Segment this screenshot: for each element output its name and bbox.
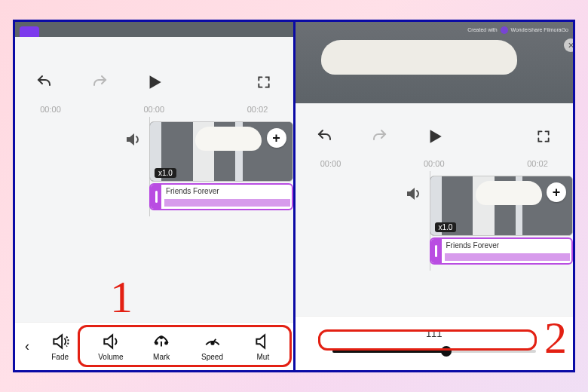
svg-point-2 [165,342,167,345]
tool-label: Fade [51,353,69,361]
video-clip[interactable]: x1.0 + [149,121,293,182]
add-clip-button[interactable]: + [267,128,286,148]
volume-slider-panel: 111 [296,316,574,370]
audio-clip[interactable]: Friends Forever [430,237,574,265]
audio-waveform [445,253,571,261]
mark-icon [152,332,171,351]
screenshot-right: Created with Wondershare FilmoraGo ✕ [296,22,574,370]
add-clip-button[interactable]: + [547,182,566,202]
slider-fill [332,350,446,353]
audio-clip-handle[interactable] [151,185,161,209]
clip-speed-badge: x1.0 [435,222,457,232]
time-current: 00:00 [415,159,453,168]
fullscreen-button[interactable] [251,69,277,95]
svg-point-1 [161,336,163,338]
time-end: 00:02 [519,159,556,168]
clip-speed-badge: x1.0 [155,168,176,178]
time-end: 00:02 [239,105,277,114]
video-clip[interactable]: x1.0 + [430,176,574,236]
close-watermark-button[interactable]: ✕ [564,38,573,52]
tool-label: Mark [153,353,170,361]
tool-label: Mut [256,353,269,361]
redo-button[interactable] [366,124,392,149]
time-start: 00:00 [32,105,69,114]
timecode-row: 00:00 00:00 00:02 [15,105,293,114]
svg-point-0 [155,342,158,345]
undo-button[interactable] [32,69,57,95]
track-audio-icon[interactable] [124,130,142,149]
video-subject-cat [321,40,517,75]
editor-panel: 00:00 00:00 00:02 x1.0 + [296,103,574,370]
undo-button[interactable] [312,124,338,149]
audio-waveform [164,199,290,207]
back-button[interactable]: ‹ [20,332,35,362]
tool-fade[interactable]: Fade [38,332,82,361]
tool-label: Volume [98,353,123,361]
playback-controls [15,60,293,105]
volume-icon [101,332,121,351]
play-button[interactable] [141,69,167,95]
mute-icon [253,332,273,351]
tool-mute[interactable]: Mut [241,332,285,361]
redo-button[interactable] [87,69,112,95]
fade-icon [51,332,70,351]
audio-toolbar: ‹ Fade Volume [15,322,293,370]
editor-panel: 00:00 00:00 00:02 x1.0 + [15,37,293,370]
tool-label: Speed [201,353,223,361]
track-audio-icon[interactable] [404,185,422,203]
svg-point-3 [211,342,213,345]
audio-clip-handle[interactable] [431,239,442,263]
tool-speed[interactable]: Speed [191,332,234,361]
slider-value: 111 [426,328,443,339]
audio-clip-label: Friends Forever [446,241,500,250]
tool-mark[interactable]: Mark [139,332,183,361]
time-start: 00:00 [312,159,350,168]
time-current: 00:00 [135,105,173,114]
screenshot-left: 00:00 00:00 00:02 x1.0 + [15,22,293,370]
watermark: Created with Wondershare FilmoraGo [467,26,568,34]
speed-icon [203,332,222,351]
fullscreen-button[interactable] [531,124,556,149]
timecode-row: 00:00 00:00 00:02 [296,159,574,168]
timeline[interactable]: x1.0 + Friends Forever [15,121,293,234]
audio-clip[interactable]: Friends Forever [149,183,293,210]
slider-knob[interactable] [441,346,452,357]
playback-controls [296,114,574,159]
audio-clip-label: Friends Forever [166,187,219,195]
timeline[interactable]: x1.0 + Friends Forever [296,176,574,274]
tool-volume[interactable]: Volume [89,332,133,361]
volume-slider[interactable] [332,344,536,359]
play-button[interactable] [421,124,447,149]
video-preview: Created with Wondershare FilmoraGo ✕ [296,22,574,103]
